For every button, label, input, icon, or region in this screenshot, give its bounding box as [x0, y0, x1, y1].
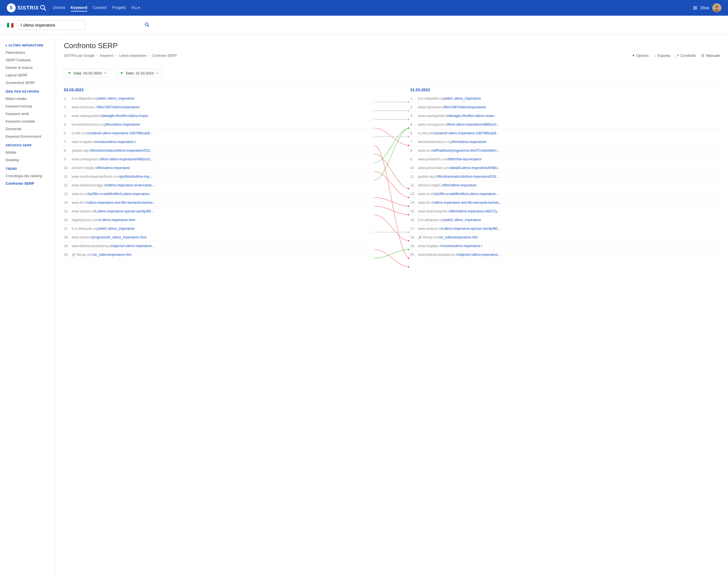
sidebar-item-keyword-simili[interactable]: Keyword simili [0, 110, 56, 117]
sidebar-section-keyword: L ULTIMO IMPERATORE [0, 40, 56, 49]
main-layout: L ULTIMO IMPERATORE Panoramica SERP Feat… [0, 35, 728, 581]
sidebar-item-layout-serp[interactable]: Layout SERP [0, 71, 56, 79]
sidebar-item-panoramica[interactable]: Panoramica [0, 49, 56, 56]
sidebar-item-confronto-serp[interactable]: Confronto SERP [0, 180, 56, 187]
sidebar-item-mobile[interactable]: Mobile [0, 149, 56, 156]
table-row: 15.www.amazon.it/Lultimo-imperatore-spec… [64, 207, 374, 216]
search-icon [145, 22, 149, 27]
table-row: 14.www.ibs.it/ultimo-imperatore-dvd-film… [410, 199, 720, 207]
header-right: ⊞ Elisa [693, 3, 721, 12]
sidebar-item-keyword-inclusa[interactable]: Keyword inclusa [0, 102, 56, 110]
table-row: 7.bernardobertolucci.org/film/lultimo-im… [410, 138, 720, 147]
table-row: 20.www.bibliotecasalaborsa.it/objects/l-… [410, 250, 720, 259]
table-row: 14.www.ibs.it/ultimo-imperatore-dvd-film… [64, 199, 374, 207]
right-column: 31.03.2023 1.it.m.wikipedia.org/wiki/L'u… [410, 87, 720, 275]
table-row: 10.www.primevideo.com/detail/Lultimo-imp… [410, 164, 720, 173]
right-results: 1.it.m.wikipedia.org/wiki/L'ultimo_imper… [410, 94, 720, 259]
manual-button[interactable]: ☰ Manuale [701, 53, 720, 58]
nav-content[interactable]: Content [93, 4, 107, 11]
table-row: 2.www.mymovies.it/film/1987/lultimoimper… [64, 103, 374, 112]
left-col-header: 03.03.2023 [64, 87, 374, 94]
nav-keyword[interactable]: Keyword [71, 4, 87, 11]
serp-connector-svg [374, 98, 410, 274]
svg-point-3 [715, 5, 719, 8]
filter-icon-1: ▼ [68, 71, 71, 75]
svg-marker-18 [408, 214, 410, 216]
search-wrapper [17, 20, 152, 30]
sidebar-item-desktop[interactable]: Desktop [0, 156, 56, 164]
table-row: 9.www.comingsoon.it/film/l-ultimo-impera… [64, 155, 374, 164]
search-bar: 🇮🇹 [0, 16, 728, 35]
sidebar-item-keyword-correlate[interactable]: Keyword correlate [0, 117, 56, 125]
svg-marker-9 [408, 118, 410, 120]
date-filter-1[interactable]: ▼ Data: 03.03.2023 ✏ [64, 69, 111, 77]
table-row: 18.🔗filmup.com/sc_lultimoimperatore.htm [410, 233, 720, 242]
edit-icon-1[interactable]: ✏ [104, 71, 107, 75]
table-row: 18.www.cielotv.it/programmi/l_ultimo_imp… [64, 233, 374, 242]
table-row: 11.www.corridorispecialeffects.com/portf… [64, 173, 374, 181]
table-row: 15.www.cinematografo.it/film/lultimo-imp… [410, 207, 720, 216]
table-row: 17.www.amazon.it/Lultimo-imperatore-spec… [410, 225, 720, 233]
nav-domini[interactable]: Domini [53, 4, 65, 11]
date-filters: ▼ Data: 03.03.2023 ✏ ▼ Data: 31.03.2023 … [64, 69, 720, 82]
svg-marker-8 [408, 110, 410, 112]
sidebar-item-match-esatto[interactable]: Match esatto [0, 95, 56, 102]
page-title: Confronto SERP [64, 42, 720, 50]
svg-marker-7 [408, 101, 410, 103]
search-button[interactable] [145, 22, 149, 28]
nav-piu[interactable]: Più ▾ [131, 4, 140, 11]
svg-line-1 [44, 9, 46, 10]
table-row: 5.it.chili.com/content/l-ultimo-imperato… [64, 129, 374, 138]
options-icon: ▾ [632, 53, 634, 58]
right-col-header: 31.03.2023 [410, 87, 720, 94]
svg-marker-20 [408, 232, 410, 233]
left-column: 03.03.2023 1.it.m.wikipedia.org/wiki/L'u… [64, 87, 374, 275]
search-input[interactable] [17, 20, 85, 30]
table-row: 13.www.rsi.ch/la2/film-e-telefilm/film/L… [64, 190, 374, 199]
sidebar-item-intento[interactable]: Intento di ricerca [0, 64, 56, 71]
serp-comparison: 03.03.2023 1.it.m.wikipedia.org/wiki/L'u… [64, 87, 720, 275]
table-row: 8.www.rai.it/dl/RaiMovie/programma.html?… [410, 147, 720, 155]
svg-marker-12 [408, 258, 410, 259]
chevron-down-icon: ▾ [138, 6, 140, 10]
connector-column [374, 87, 410, 275]
sidebar-section-trend: TREND [0, 164, 56, 172]
sidebar-item-keyword-environment[interactable]: Keyword Environment [0, 133, 56, 140]
sidebar-item-serp-features[interactable]: SERP Features [0, 56, 56, 64]
svg-marker-15 [408, 197, 410, 199]
svg-marker-13 [408, 188, 410, 190]
grid-icon[interactable]: ⊞ [693, 5, 697, 11]
logo: S SISTRIX [7, 3, 46, 12]
table-row: 16.eaglepictures.com/l-ultimo-imperatore… [64, 216, 374, 225]
country-flag: 🇮🇹 [7, 22, 14, 29]
top-header: S SISTRIX Domini Keyword Content Progett… [0, 0, 728, 16]
sidebar-item-domande[interactable]: Domande [0, 125, 56, 133]
logo-icon: S [7, 3, 16, 12]
manual-icon: ☰ [701, 53, 704, 58]
sidebar-item-screenshot[interactable]: Screenshot SERP [0, 79, 56, 86]
table-row: 4.bernardobertolucci.org/film/lultimo-im… [64, 120, 374, 129]
table-row: 1.it.m.wikipedia.org/wiki/L'ultimo_imper… [64, 94, 374, 103]
date-filter-2[interactable]: ▼ Data: 31.03.2023 ✏ [116, 69, 163, 77]
svg-marker-10 [408, 145, 410, 147]
top-actions: ▾ Opzioni ↓ Esporta ↗ Condividi ☰ Manual… [632, 53, 720, 58]
table-row: 10.aforismi.meglio.it/film/ultimo-impera… [64, 164, 374, 173]
share-button[interactable]: ↗ Condividi [676, 53, 696, 58]
sidebar-item-cronologia[interactable]: Cronologia dei ranking [0, 172, 56, 180]
sidebar-section-archivio: ARCHIVIO SERP [0, 140, 56, 149]
table-row: 4.www.comingsoon.it/film/l-ultimo-impera… [410, 120, 720, 129]
table-row: 3.www.superguidatv.it/dettaglio-film/fil… [64, 112, 374, 120]
table-row: 12.www.sentieriselvaggi.it/lultimo-imper… [64, 181, 374, 190]
export-icon: ↓ [654, 53, 656, 58]
avatar [712, 3, 721, 12]
table-row: 7.www.longtake.it/movies/ultimo-imperato… [64, 138, 374, 147]
options-button[interactable]: ▾ Opzioni [632, 53, 648, 58]
edit-icon-2[interactable]: ✏ [156, 71, 159, 75]
filter-icon-2: ▼ [120, 71, 124, 75]
nav-progetti[interactable]: Progetti [112, 4, 126, 11]
user-name: Elisa [701, 6, 709, 10]
table-row: 17.it.m.wikiquote.org/wiki/L'ultimo_impe… [64, 225, 374, 233]
table-row: 19.www.longtake.it/movies/ultimo-imperat… [410, 242, 720, 250]
table-row: 11.guidatv.sky.it/film/drammatico/lultim… [410, 173, 720, 181]
export-button[interactable]: ↓ Esporta [654, 53, 670, 58]
